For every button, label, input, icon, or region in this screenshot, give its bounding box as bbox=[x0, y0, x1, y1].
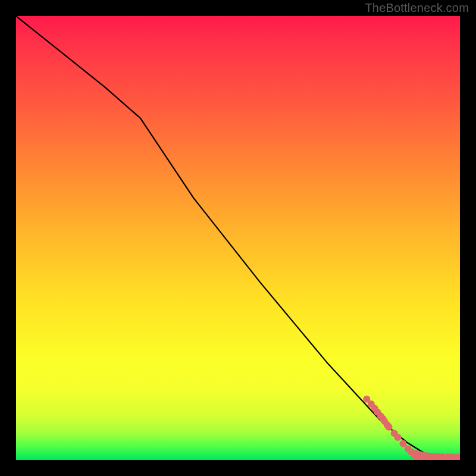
scatter-point bbox=[400, 440, 407, 447]
scatter-point bbox=[386, 424, 393, 431]
watermark-text: TheBottleneck.com bbox=[365, 1, 469, 15]
scatter-point bbox=[394, 434, 402, 441]
chart-frame: TheBottleneck.com bbox=[0, 0, 476, 476]
bottleneck-curve bbox=[16, 16, 460, 458]
scatter-points bbox=[363, 396, 460, 460]
plot-area bbox=[16, 16, 460, 460]
chart-overlay bbox=[16, 16, 460, 460]
